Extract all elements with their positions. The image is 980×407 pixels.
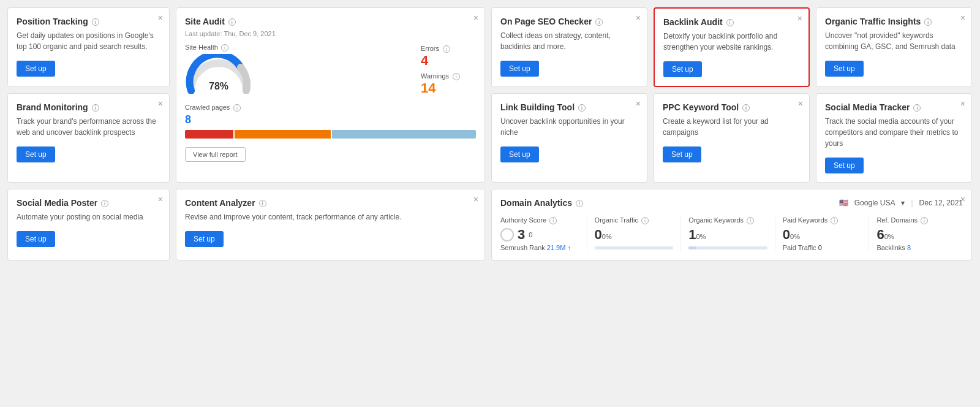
- brand-monitoring-setup-button[interactable]: Set up: [17, 146, 55, 162]
- link-building-desc: Uncover backlink opportunities in your n…: [500, 116, 638, 138]
- ppc-keyword-info-icon[interactable]: i: [742, 104, 750, 112]
- semrush-rank-value[interactable]: 21.9M: [547, 244, 566, 251]
- crawled-label: Crawled pages: [185, 104, 230, 111]
- position-tracking-close[interactable]: ×: [158, 13, 163, 23]
- social-media-tracker-close[interactable]: ×: [960, 99, 965, 108]
- ppc-keyword-desc: Create a keyword list for your ad campai…: [663, 116, 801, 138]
- social-media-poster-setup-button[interactable]: Set up: [17, 231, 55, 247]
- site-audit-close[interactable]: ×: [473, 13, 478, 23]
- authority-score-value: 3: [518, 227, 525, 243]
- errors-info-icon[interactable]: i: [443, 45, 450, 53]
- position-tracking-desc: Get daily updates on positions in Google…: [17, 30, 160, 52]
- social-media-tracker-title: Social Media Tracker i: [825, 102, 963, 112]
- warnings-label: Warnings: [421, 72, 449, 80]
- social-media-poster-card: × Social Media Poster i Automate your po…: [7, 189, 170, 261]
- organic-traffic-setup-button[interactable]: Set up: [825, 61, 864, 77]
- backlink-audit-setup-button[interactable]: Set up: [663, 61, 702, 77]
- brand-monitoring-info-icon[interactable]: i: [92, 104, 99, 112]
- backlinks-value[interactable]: 8: [907, 244, 911, 251]
- backlinks-sub: Backlinks 8: [876, 244, 956, 251]
- site-audit-title: Site Audit i: [185, 17, 476, 26]
- semrush-rank: Semrush Rank 21.9M ↑: [500, 244, 579, 251]
- organic-traffic-metric-label: Organic Traffic i: [595, 216, 674, 224]
- backlink-audit-close[interactable]: ×: [797, 13, 802, 23]
- organic-traffic-info-icon[interactable]: i: [924, 18, 932, 26]
- paid-traffic-sub: Paid Traffic 0: [783, 244, 862, 251]
- organic-traffic-title: Organic Traffic Insights i: [825, 17, 963, 26]
- position-tracking-setup-button[interactable]: Set up: [17, 61, 55, 77]
- site-audit-card: × Site Audit i Last update: Thu, Dec 9, …: [176, 7, 485, 183]
- svg-text:no changes: no changes: [206, 93, 231, 94]
- region-chevron-icon[interactable]: ▾: [901, 199, 905, 207]
- content-analyzer-close[interactable]: ×: [473, 194, 478, 204]
- link-building-close[interactable]: ×: [636, 99, 641, 108]
- domain-analytics-close[interactable]: ×: [960, 194, 965, 204]
- organic-keywords-bar: [688, 246, 767, 249]
- position-tracking-info-icon[interactable]: i: [92, 18, 99, 26]
- link-building-info-icon[interactable]: i: [578, 104, 586, 112]
- warnings-value: 14: [421, 80, 476, 96]
- region-flag: 🇺🇸: [839, 199, 848, 207]
- ref-domains-info-icon[interactable]: i: [921, 217, 928, 224]
- domain-analytics-info-icon[interactable]: i: [576, 200, 583, 207]
- social-media-tracker-info-icon[interactable]: i: [913, 104, 921, 112]
- warnings-info-icon[interactable]: i: [453, 73, 460, 80]
- paid-traffic-value: 0: [818, 244, 822, 251]
- on-page-seo-title: On Page SEO Checker i: [500, 17, 638, 26]
- position-tracking-card: × Position Tracking i Get daily updates …: [7, 7, 170, 87]
- progress-blue: [332, 130, 477, 139]
- authority-score-row: 3 0: [500, 227, 579, 243]
- view-full-report-button[interactable]: View full report: [185, 147, 246, 162]
- ref-domains-metric: Ref. Domains i 60% Backlinks 8: [876, 216, 963, 251]
- organic-traffic-close[interactable]: ×: [960, 13, 965, 23]
- errors-value: 4: [421, 53, 476, 69]
- domain-analytics-controls: 🇺🇸 Google USA ▾ | Dec 12, 2021: [839, 199, 963, 207]
- on-page-seo-close[interactable]: ×: [636, 13, 641, 23]
- brand-monitoring-desc: Track your brand's performance across th…: [17, 116, 160, 138]
- site-health-gauge: 78% no changes: [185, 54, 252, 91]
- crawled-info-icon[interactable]: i: [233, 104, 241, 112]
- social-media-poster-close[interactable]: ×: [158, 194, 163, 204]
- ppc-keyword-setup-button[interactable]: Set up: [663, 146, 701, 162]
- ref-domains-label: Ref. Domains i: [876, 216, 956, 224]
- social-media-poster-desc: Automate your posting on social media: [17, 211, 160, 223]
- link-building-setup-button[interactable]: Set up: [500, 146, 539, 162]
- social-media-poster-info-icon[interactable]: i: [101, 200, 108, 207]
- backlink-audit-title: Backlink Audit i: [663, 17, 800, 27]
- errors-label: Errors: [421, 45, 439, 52]
- organic-traffic-desc: Uncover "not provided" keywords combinin…: [825, 30, 963, 52]
- organic-traffic-metric-value-row: 00%: [595, 227, 674, 243]
- content-analyzer-setup-button[interactable]: Set up: [185, 231, 224, 247]
- organic-keywords-bar-fill: [688, 246, 696, 249]
- warnings-item: Warnings i 14: [421, 71, 476, 96]
- brand-monitoring-close[interactable]: ×: [158, 99, 163, 108]
- authority-score-pct: 0: [529, 231, 532, 238]
- organic-keywords-label: Organic Keywords i: [688, 216, 767, 224]
- paid-keywords-pct: 0%: [790, 233, 800, 240]
- domain-analytics-date: Dec 12, 2021: [919, 199, 963, 207]
- on-page-seo-info-icon[interactable]: i: [595, 18, 603, 26]
- organic-traffic-metric-info-icon[interactable]: i: [641, 217, 649, 224]
- content-analyzer-title: Content Analyzer i: [185, 198, 476, 208]
- authority-score-info-icon[interactable]: i: [549, 217, 557, 224]
- content-analyzer-info-icon[interactable]: i: [259, 200, 266, 207]
- backlink-audit-info-icon[interactable]: i: [726, 19, 734, 26]
- on-page-seo-setup-button[interactable]: Set up: [500, 61, 539, 77]
- paid-keywords-metric: Paid Keywords i 00% Paid Traffic 0: [783, 216, 870, 251]
- progress-orange: [235, 130, 331, 139]
- site-health-info-icon[interactable]: i: [221, 44, 228, 51]
- ppc-keyword-close[interactable]: ×: [798, 99, 803, 108]
- on-page-seo-desc: Collect ideas on strategy, content, back…: [500, 30, 638, 52]
- paid-keywords-info-icon[interactable]: i: [831, 217, 838, 224]
- organic-keywords-pct: 0%: [696, 233, 706, 240]
- progress-red: [185, 130, 233, 139]
- social-media-tracker-setup-button[interactable]: Set up: [825, 158, 864, 173]
- authority-score-circle: [500, 228, 514, 242]
- site-audit-last-update: Last update: Thu, Dec 9, 2021: [185, 30, 476, 37]
- organic-keywords-info-icon[interactable]: i: [747, 217, 754, 224]
- content-analyzer-card: × Content Analyzer i Revise and improve …: [176, 189, 485, 261]
- authority-score-label: Authority Score i: [500, 216, 579, 224]
- ref-domains-pct: 0%: [884, 233, 894, 240]
- organic-keywords-value: 1: [688, 227, 696, 242]
- site-audit-info-icon[interactable]: i: [228, 18, 236, 26]
